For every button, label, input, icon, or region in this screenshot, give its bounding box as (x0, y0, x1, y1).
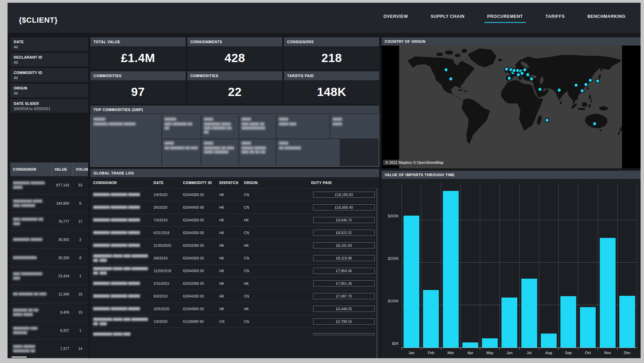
nav-tab[interactable]: PROCUREMENT (486, 11, 524, 23)
treemap-cell[interactable]: ▇▇▇▇ ▇▇▇▇ ▇▇▇ (276, 115, 330, 138)
import-value-bar[interactable] (404, 216, 419, 348)
trade-log-row[interactable]: ▇▇▇▇▇▇▇ ▇▇▇▇▇▇▇ ▇▇▇▇▇ 10/5/2020 61044900… (90, 302, 379, 315)
col-header-dispatch[interactable]: DISPATCH (216, 181, 241, 185)
trade-log-row[interactable]: ▇▇▇▇▇▇▇ ▇▇▇▇▇▇▇ ▇▇▇▇▇ 9/3/2019 62044300 … (90, 290, 379, 302)
treemap-cell[interactable]: ▇▇▇▇ ▇▇▇ ▇▇▇▇ ▇▇ ▇▇▇▇▇▇▇▇▇▇ (239, 115, 276, 138)
filter-dropdown[interactable]: DECLARANT ID All (10, 53, 88, 66)
treemap-cell[interactable]: ▇▇▇▇▇ ▇▇▇ ▇▇▇▇▇▇ ▇▇, ▇▇ (162, 115, 201, 138)
col-header-consignor[interactable]: CONSIGNOR (90, 181, 151, 185)
consignor-row[interactable]: ▇▇▇ ▇▇▇▇▇▇▇▇▇ ▇▇▇ 23,434 1 (10, 267, 88, 285)
filter-dropdown[interactable]: ORIGIN All (10, 84, 88, 97)
origin-dot[interactable] (505, 67, 508, 71)
trade-log-row[interactable]: ▇▇▇▇▇▇▇ ▇▇▇▇▇▇▇ ▇▇▇▇▇ 3/5/2020 62044400 … (90, 201, 379, 214)
import-value-bar[interactable] (462, 342, 478, 348)
consignor-row[interactable]: ▇▇▇▇▇▇▇▇ ▇▇▇▇ ▇▇▇ ▇▇▇▇▇▇ 184,800 6 (10, 194, 88, 213)
kpi-card[interactable]: COMMODITIES 97 (90, 71, 186, 104)
filter-value: All (14, 91, 85, 95)
treemap-cell[interactable]: ▇▇▇▇ ▇▇ ▇▇▇▇▇▇▇ (276, 139, 340, 166)
trade-log-row[interactable]: ▇▇▇▇▇▇▇ ▇▇▇▇▇▇▇ ▇▇▇▇▇ 2/15/2021 62043390… (90, 277, 379, 290)
trade-consignor-redacted: ▇▇▇▇▇▇▇ ▇▇▇▇▇▇▇ ▇▇▇▇▇ (90, 217, 151, 223)
kpi-card[interactable]: CONSIGNORS 218 (284, 37, 379, 70)
origin-dot[interactable] (593, 122, 597, 125)
trade-log-row[interactable]: ▇▇▇▇▇▇▇▇ ▇▇▇▇ ▇▇▇ (90, 328, 379, 340)
consignor-row[interactable]: ▇▇▇▇▇▇▇ ▇▇▇▇▇ 35,902 2 (10, 231, 88, 249)
origin-dot[interactable] (444, 68, 448, 72)
origin-dot[interactable] (584, 83, 588, 86)
origin-dot[interactable] (526, 73, 530, 76)
col-header-value[interactable]: VALUE (51, 162, 73, 176)
import-value-bar[interactable] (521, 279, 537, 348)
import-value-bar[interactable] (600, 238, 616, 348)
origin-dot[interactable] (574, 83, 578, 87)
consignor-row[interactable]: ▇▇▇▇▇▇ ▇▇ ▇▇ ▇▇▇▇ ▇▇▇▇ 9,409 15 (10, 303, 88, 322)
treemap-cell[interactable]: ▇▇▇▇▇ ▇▇▇▇▇▇ ▇▇▇▇▇▇ ▇▇▇▇▇ (91, 115, 161, 166)
import-value-bar[interactable] (443, 191, 459, 348)
consignor-row[interactable]: ▇▇▇▇▇▇▇▇▇▇ 30,326 8 (10, 249, 88, 267)
trade-log-row[interactable]: ▇▇▇▇▇▇▇▇ ▇▇▇▇ ▇▇▇ ▇▇▇▇▇▇▇ ▇▇, ▇▇▇ 1/9/20… (90, 315, 379, 328)
origin-dot[interactable] (545, 118, 549, 122)
kpi-card[interactable]: TOTAL VALUE £1.4M (90, 37, 186, 70)
trade-date: 1/9/2020 (151, 192, 180, 197)
col-header-date[interactable]: DATE (151, 181, 180, 185)
trade-log-row[interactable]: ▇▇▇▇▇▇▇ ▇▇▇▇▇▇▇ ▇▇▇▇▇ 6/21/2019 62044300… (90, 226, 379, 239)
origin-dot[interactable] (520, 71, 524, 75)
imports-through-time-panel: VALUE OF IMPORTS THROUGH TIME $0K$100K$2… (382, 171, 641, 358)
trade-dispatch (216, 334, 241, 335)
nav-tab[interactable]: TARIFFS (545, 11, 566, 23)
kpi-card[interactable]: CONSIGNMENTS 428 (187, 37, 283, 70)
import-value-bar[interactable] (541, 334, 557, 348)
treemap-cell[interactable]: ▇▇▇▇ ▇▇▇▇ (330, 115, 379, 138)
origin-dot[interactable] (523, 68, 527, 72)
filter-dropdown[interactable]: COMMODITY ID All (10, 68, 88, 82)
origin-dot[interactable] (512, 69, 516, 72)
map-attribution[interactable]: © 2021 Mapbox © OpenStreetMap (383, 160, 446, 165)
trade-commodity-id: 62044400 90 (180, 205, 216, 210)
treemap-cell[interactable]: ▇▇▇▇ ▇▇ ▇▇▇▇▇▇ ▇▇ ▇▇▇ (162, 139, 201, 166)
consignor-row[interactable]: ▇▇▇ ▇▇▇▇▇▇▇ ▇▇, ▇▇▇ 70,777 17 (10, 213, 88, 231)
origin-dot[interactable] (589, 78, 592, 82)
col-header-duty-paid[interactable]: DUTY PAID (264, 181, 379, 185)
consignor-name-redacted: ▇▇ ▇▇▇▇▇▇ ▇▇ ▇▇▇ (10, 290, 51, 299)
origin-dot[interactable] (507, 76, 511, 80)
treemap-cell[interactable]: ▇▇▇▇ ▇▇▇▇▇▇▇ ▇▇ ▇▇▇ ▇▇▇▇ ▇▇▇▇▇▇ (201, 139, 238, 166)
col-header-origin[interactable]: ORIGIN (241, 181, 264, 185)
import-value-bar[interactable] (501, 298, 517, 348)
consignor-row[interactable]: ▇▇▇▇▇▇▇ ▇▇▇▇▇▇ ▇▇▇▇ 877,143 53 (10, 176, 88, 194)
horizontal-scrollbar[interactable] (12, 356, 27, 358)
origin-dot[interactable] (580, 89, 584, 93)
consignor-row[interactable]: ▇▇▇▇▇▇▇ ▇▇▇ ▇▇▇▇▇▇ 8,207 1 (10, 322, 88, 340)
col-header-consignor[interactable]: CONSIGNOR (10, 167, 51, 171)
origin-dot[interactable] (517, 73, 520, 76)
nav-tab[interactable]: SUPPLY CHAIN (430, 11, 465, 23)
import-value-bar[interactable] (423, 290, 439, 348)
trade-log-row[interactable]: ▇▇▇▇▇▇▇▇ ▇▇▇▇ ▇▇▇ ▇▇▇▇▇▇▇ ▇▇, ▇▇▇ 3/8/20… (90, 252, 379, 264)
consignor-value: 35,902 (51, 238, 73, 242)
import-value-bar[interactable] (619, 296, 635, 348)
origin-dot[interactable] (596, 79, 599, 83)
nav-tab[interactable]: BENCHMARKING (587, 11, 626, 23)
import-value-bar[interactable] (560, 296, 576, 348)
world-map[interactable]: © 2021 Mapbox © OpenStreetMap (382, 46, 641, 168)
treemap-cell[interactable]: ▇▇▇▇ ▇▇▇▇▇ ▇▇▇▇▇ ▇▇▇ ▇▇ ▇▇ ▇▇ (239, 139, 276, 166)
consignor-row[interactable]: ▇▇ ▇▇▇▇▇▇ ▇▇ ▇▇▇ 12,346 16 (10, 285, 88, 303)
filter-dropdown[interactable]: DATE All (10, 37, 88, 51)
origin-dot[interactable] (449, 77, 453, 81)
nav-tab[interactable]: OVERVIEW (383, 11, 409, 23)
origin-dot[interactable] (530, 77, 533, 81)
filter-dropdown[interactable]: DATE SLIDER 3/6/2018 to 3/29/2021 (10, 99, 88, 113)
col-header-volume[interactable]: VOLUME (73, 162, 88, 176)
consignor-row[interactable]: ▇▇▇▇ ▇▇▇▇▇ ▇▇▇▇▇▇▇ ▇▇ 7,377 14 (10, 340, 88, 358)
trade-log-row[interactable]: ▇▇▇▇▇▇▇ ▇▇▇▇▇▇▇ ▇▇▇▇▇ 7/3/2019 62044300 … (90, 214, 379, 226)
trade-duty-paid: £2,798.15 (313, 318, 375, 325)
origin-dot[interactable] (557, 88, 561, 92)
import-value-bar[interactable] (482, 338, 498, 348)
trade-log-row[interactable]: ▇▇▇▇▇▇▇ ▇▇▇▇▇▇▇ ▇▇▇▇▇ 1/9/2020 62044300 … (90, 188, 379, 201)
trade-log-row[interactable]: ▇▇▇▇▇▇▇ ▇▇▇▇▇▇▇ ▇▇▇▇▇ 11/30/2020 6204339… (90, 239, 379, 252)
col-header-commodity-id[interactable]: COMMODITY ID (180, 181, 216, 185)
kpi-card[interactable]: TARIFFS PAID 148K (284, 71, 379, 104)
import-value-bar[interactable] (580, 307, 596, 348)
origin-dot[interactable] (538, 87, 542, 91)
kpi-card[interactable]: COMMODITIES 22 (187, 71, 283, 104)
treemap-cell[interactable]: ▇▇▇▇ ▇▇▇▇▇▇▇ ▇▇▇▇ ▇▇▇ ▇▇▇▇▇▇ ▇▇, ▇▇ (201, 115, 238, 138)
trade-log-row[interactable]: ▇▇▇▇▇▇▇▇ ▇▇▇▇ ▇▇▇ ▇▇▇▇▇▇▇ ▇▇, ▇▇▇ 11/29/… (90, 264, 379, 277)
